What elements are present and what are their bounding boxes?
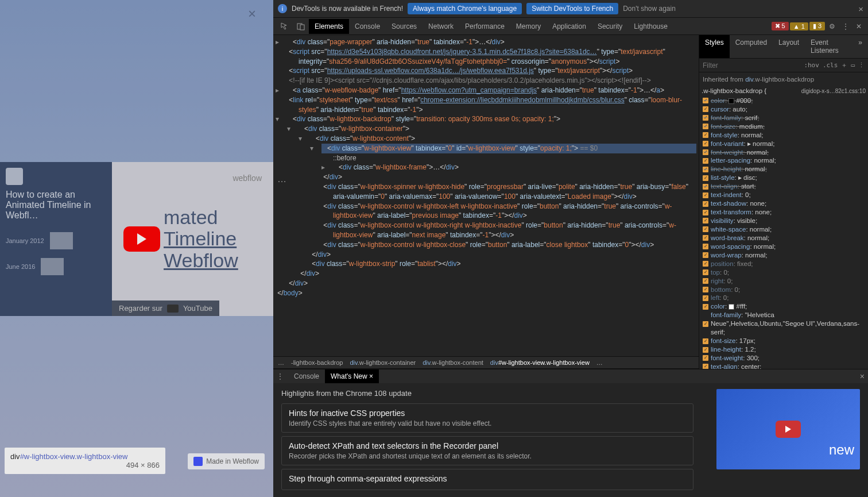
crumb[interactable]: div.w-lightbox-content [423, 359, 483, 366]
tab-layout[interactable]: Layout [773, 35, 805, 58]
css-property-row[interactable]: top: 0; [702, 268, 866, 277]
whatsnew-card[interactable]: Auto-detect XPath and text selectors in … [281, 436, 693, 465]
property-checkbox[interactable] [703, 201, 708, 207]
property-checkbox[interactable] [703, 106, 708, 112]
warnings-badge[interactable]: ▲ 1 [790, 22, 808, 30]
property-checkbox[interactable] [703, 98, 708, 103]
property-checkbox[interactable] [703, 218, 708, 224]
css-property-row[interactable]: word-spacing: normal; [702, 242, 866, 251]
crumb[interactable]: div.w-lightbox-container [350, 359, 416, 366]
property-checkbox[interactable] [703, 338, 708, 344]
styles-rules[interactable]: Inherited from div.w-lightbox-backdrop .… [699, 72, 868, 369]
property-checkbox[interactable] [703, 124, 708, 129]
property-checkbox[interactable] [703, 278, 708, 284]
crumb[interactable]: … [596, 359, 603, 366]
property-checkbox[interactable] [703, 167, 708, 172]
tab-application[interactable]: Application [547, 19, 592, 34]
device-icon[interactable] [296, 21, 306, 32]
property-checkbox[interactable] [703, 175, 708, 181]
property-checkbox[interactable] [703, 261, 708, 267]
tab-computed[interactable]: Computed [730, 35, 773, 58]
css-property-row[interactable]: line-height: 1.2; [702, 345, 866, 354]
css-property-row[interactable]: font-family: "Helvetica Neue",Helvetica,… [702, 311, 866, 337]
css-property-row[interactable]: font-size: 17px; [702, 337, 866, 345]
tab-elements[interactable]: Elements [309, 19, 349, 34]
webflow-badge[interactable]: Made in Webflow [188, 453, 265, 469]
css-property-row[interactable]: color: #000; [702, 97, 866, 105]
property-checkbox[interactable] [703, 115, 708, 121]
property-checkbox[interactable] [703, 244, 708, 249]
property-checkbox[interactable] [703, 347, 708, 353]
breadcrumb-path[interactable]: … -lightbox-backdrop div.w-lightbox-cont… [273, 356, 699, 369]
css-property-row[interactable]: text-align: center; [702, 363, 866, 369]
errors-badge[interactable]: ✖ 5 [772, 22, 789, 30]
hov-toggle[interactable]: :hov [804, 61, 819, 69]
tab-performance[interactable]: Performance [459, 19, 510, 34]
property-checkbox[interactable] [703, 321, 708, 327]
crumb[interactable]: … [278, 359, 284, 366]
property-checkbox[interactable] [703, 295, 708, 301]
css-property-row[interactable]: font-weight: 300; [702, 354, 866, 363]
property-checkbox[interactable] [703, 192, 708, 198]
property-checkbox[interactable] [703, 235, 708, 241]
tab-sources[interactable]: Sources [386, 19, 423, 34]
inspect-icon[interactable] [280, 21, 290, 32]
css-property-row[interactable]: font-size: medium; [702, 122, 866, 131]
switch-language-button[interactable]: Switch DevTools to French [526, 3, 618, 14]
dom-tree[interactable]: ▸<div class="page-wrapper" aria-hidden="… [273, 35, 699, 356]
css-property-row[interactable]: color: #fff; [702, 302, 866, 311]
tab-console[interactable]: Console [349, 19, 386, 34]
cls-toggle[interactable]: .cls [823, 61, 838, 69]
tab-network[interactable]: Network [423, 19, 459, 34]
drawer-tab-whatsnew[interactable]: What's New × [325, 369, 379, 383]
more-tabs-icon[interactable]: » [852, 35, 868, 58]
css-property-row[interactable]: list-style: ▸ disc; [702, 174, 866, 182]
dont-show-link[interactable]: Don't show again [623, 5, 676, 13]
css-property-row[interactable]: left: 0; [702, 294, 866, 302]
property-checkbox[interactable] [703, 355, 708, 361]
notice-close-icon[interactable]: × [858, 4, 863, 14]
property-checkbox[interactable] [703, 210, 708, 215]
css-property-row[interactable]: word-break: normal; [702, 234, 866, 242]
match-language-button[interactable]: Always match Chrome's language [408, 3, 522, 14]
css-property-row[interactable]: right: 0; [702, 277, 866, 286]
css-property-row[interactable]: font-weight: normal; [702, 148, 866, 157]
more-icon[interactable]: ⋮ [842, 22, 849, 30]
css-property-row[interactable]: position: fixed; [702, 260, 866, 268]
watch-on-youtube[interactable]: Regarder sur YouTube [112, 300, 219, 316]
settings-icon[interactable]: ⚙ [829, 22, 835, 30]
source-link[interactable]: digidop-x-s…82c1.css:10 [801, 87, 866, 95]
play-button[interactable] [123, 226, 160, 252]
devtools-close-icon[interactable]: ✕ [856, 22, 862, 30]
property-checkbox[interactable] [703, 226, 708, 232]
css-property-row[interactable]: line-height: normal; [702, 165, 866, 174]
drawer-close-icon[interactable]: × [860, 372, 865, 381]
crumb[interactable]: -lightbox-backdrop [291, 359, 343, 366]
styles-more-icon[interactable]: ⋮ [858, 61, 865, 69]
css-property-row[interactable]: bottom: 0; [702, 286, 866, 294]
tab-security[interactable]: Security [592, 19, 628, 34]
drawer-menu-icon[interactable]: ⋮ [277, 372, 284, 380]
css-property-row[interactable]: font-variant: ▸ normal; [702, 140, 866, 148]
property-checkbox[interactable] [703, 269, 708, 275]
lightbox-close-icon[interactable]: × [248, 6, 256, 22]
css-property-row[interactable]: cursor: auto; [702, 105, 866, 114]
tab-lighthouse[interactable]: Lighthouse [628, 19, 673, 34]
drawer-tab-console[interactable]: Console [288, 369, 325, 383]
property-checkbox[interactable] [703, 252, 708, 258]
issues-badge[interactable]: ▮ 3 [809, 22, 825, 30]
css-property-row[interactable]: visibility: visible; [702, 217, 866, 225]
css-property-row[interactable]: text-align: start; [702, 182, 866, 191]
property-checkbox[interactable] [703, 287, 708, 292]
css-property-row[interactable]: text-indent: 0; [702, 191, 866, 199]
video-embed[interactable]: How to create an Animated Timeline in We… [0, 162, 273, 316]
whatsnew-card[interactable]: Step through comma-separated expressions [281, 469, 693, 490]
tab-event-listeners[interactable]: Event Listeners [805, 35, 852, 58]
tab-styles[interactable]: Styles [699, 35, 730, 58]
styles-filter-input[interactable] [703, 61, 800, 70]
css-property-row[interactable]: letter-spacing: normal; [702, 156, 866, 165]
css-rule-header[interactable]: .w-lightbox-backdrop { digidop-x-s…82c1.… [702, 86, 866, 97]
css-property-row[interactable]: font-family: serif; [702, 114, 866, 122]
property-checkbox[interactable] [703, 141, 708, 147]
tab-memory[interactable]: Memory [510, 19, 547, 34]
